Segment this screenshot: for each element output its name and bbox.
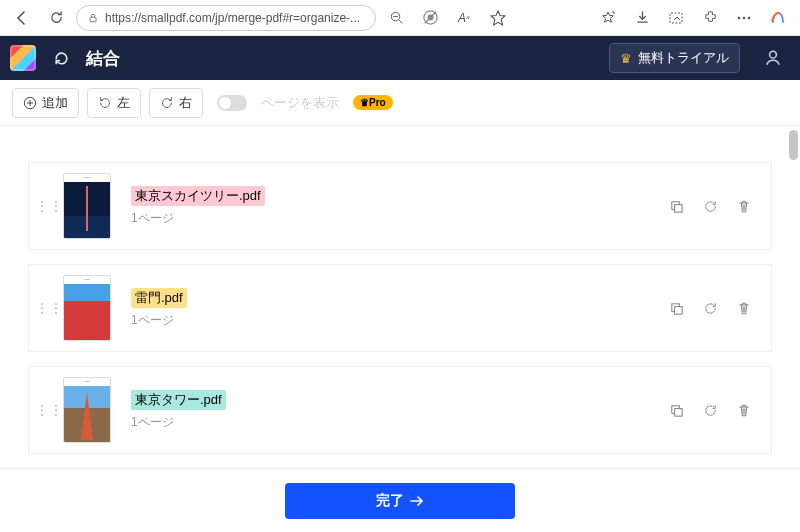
undo-button[interactable] xyxy=(46,43,76,73)
delete-button[interactable] xyxy=(735,299,753,317)
delete-button[interactable] xyxy=(735,401,753,419)
svg-rect-11 xyxy=(674,204,682,212)
rotate-button[interactable] xyxy=(701,299,719,317)
arrow-right-icon xyxy=(410,495,424,507)
file-row: ⋮⋮—雷門.pdf1ページ xyxy=(28,264,772,352)
duplicate-button[interactable] xyxy=(667,197,685,215)
rotate-right-icon xyxy=(160,96,174,110)
done-button[interactable]: 完了 xyxy=(285,483,515,519)
duplicate-button[interactable] xyxy=(667,299,685,317)
screenshot-icon[interactable] xyxy=(662,4,690,32)
rotate-button[interactable] xyxy=(701,197,719,215)
free-trial-button[interactable]: ♛ 無料トライアル xyxy=(609,43,740,73)
toolbar: 追加 左 右 ページを表示 ♛Pro xyxy=(0,80,800,126)
page-title: 結合 xyxy=(86,47,120,70)
file-pages: 1ページ xyxy=(131,210,653,227)
add-label: 追加 xyxy=(42,94,68,112)
app-logo[interactable] xyxy=(10,45,36,71)
user-menu[interactable] xyxy=(756,43,790,73)
done-label: 完了 xyxy=(376,492,404,510)
plus-icon xyxy=(23,96,37,110)
favorite-icon[interactable] xyxy=(484,4,512,32)
file-pages: 1ページ xyxy=(131,414,653,431)
show-pages-toggle[interactable] xyxy=(217,95,247,111)
url-bar[interactable]: https://smallpdf.com/jp/merge-pdf#r=orga… xyxy=(76,5,376,31)
row-actions xyxy=(667,197,753,215)
file-row: ⋮⋮—東京スカイツリー.pdf1ページ xyxy=(28,162,772,250)
rotate-left-icon xyxy=(98,96,112,110)
pro-badge: ♛Pro xyxy=(353,95,393,110)
svg-point-5 xyxy=(738,16,741,19)
file-thumbnail[interactable]: — xyxy=(63,377,111,443)
file-thumbnail[interactable]: — xyxy=(63,173,111,239)
show-pages-label: ページを表示 xyxy=(261,94,339,112)
file-meta: 東京タワー.pdf1ページ xyxy=(125,390,653,431)
more-icon[interactable] xyxy=(730,4,758,32)
add-button[interactable]: 追加 xyxy=(12,88,79,118)
url-text: https://smallpdf.com/jp/merge-pdf#r=orga… xyxy=(105,11,360,25)
rotate-left-label: 左 xyxy=(117,94,130,112)
delete-button[interactable] xyxy=(735,197,753,215)
tracking-icon[interactable] xyxy=(416,4,444,32)
trial-label: 無料トライアル xyxy=(638,49,729,67)
file-name: 雷門.pdf xyxy=(131,288,187,308)
footer: 完了 xyxy=(0,468,800,532)
row-actions xyxy=(667,401,753,419)
browser-toolbar: https://smallpdf.com/jp/merge-pdf#r=orga… xyxy=(0,0,800,36)
refresh-button[interactable] xyxy=(42,4,70,32)
app-header: 結合 ♛ 無料トライアル xyxy=(0,36,800,80)
svg-rect-13 xyxy=(674,306,682,314)
duplicate-button[interactable] xyxy=(667,401,685,419)
copilot-icon[interactable] xyxy=(764,4,792,32)
read-aloud-icon[interactable]: A» xyxy=(450,4,478,32)
drag-handle[interactable]: ⋮⋮ xyxy=(35,305,49,311)
workspace: ⋮⋮—東京スカイツリー.pdf1ページ⋮⋮—雷門.pdf1ページ⋮⋮—東京タワー… xyxy=(0,126,800,466)
drag-handle[interactable]: ⋮⋮ xyxy=(35,203,49,209)
rotate-button[interactable] xyxy=(701,401,719,419)
row-actions xyxy=(667,299,753,317)
file-meta: 雷門.pdf1ページ xyxy=(125,288,653,329)
svg-point-8 xyxy=(770,51,777,58)
extensions-icon[interactable] xyxy=(696,4,724,32)
zoom-icon[interactable] xyxy=(382,4,410,32)
file-pages: 1ページ xyxy=(131,312,653,329)
file-meta: 東京スカイツリー.pdf1ページ xyxy=(125,186,653,227)
file-thumbnail[interactable]: — xyxy=(63,275,111,341)
lock-icon xyxy=(87,12,99,24)
svg-point-6 xyxy=(743,16,746,19)
svg-rect-15 xyxy=(674,408,682,416)
downloads-icon[interactable] xyxy=(628,4,656,32)
rotate-left-button[interactable]: 左 xyxy=(87,88,141,118)
crown-icon: ♛ xyxy=(620,51,632,66)
file-list: ⋮⋮—東京スカイツリー.pdf1ページ⋮⋮—雷門.pdf1ページ⋮⋮—東京タワー… xyxy=(0,126,800,466)
svg-rect-0 xyxy=(90,17,96,22)
favorites-bar-icon[interactable] xyxy=(594,4,622,32)
file-name: 東京スカイツリー.pdf xyxy=(131,186,265,206)
rotate-right-button[interactable]: 右 xyxy=(149,88,203,118)
rotate-right-label: 右 xyxy=(179,94,192,112)
scrollbar-thumb[interactable] xyxy=(789,130,798,160)
svg-point-7 xyxy=(748,16,751,19)
file-row: ⋮⋮—東京タワー.pdf1ページ xyxy=(28,366,772,454)
drag-handle[interactable]: ⋮⋮ xyxy=(35,407,49,413)
file-name: 東京タワー.pdf xyxy=(131,390,226,410)
back-button[interactable] xyxy=(8,4,36,32)
